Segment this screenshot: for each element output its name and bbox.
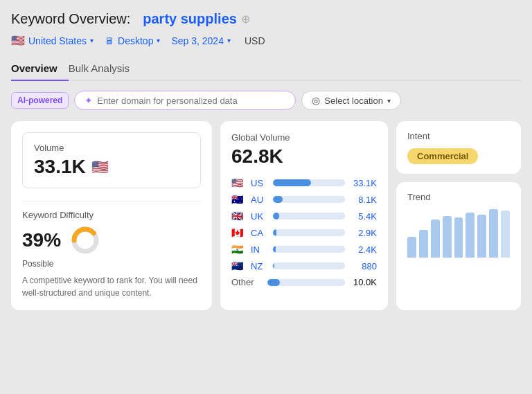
us-flag: 🇺🇸	[91, 159, 109, 175]
list-item: 🇳🇿 NZ 880	[231, 260, 377, 271]
country-val-nz: 880	[351, 261, 377, 271]
device-icon: 🖥	[105, 35, 114, 46]
bar-fill-nz	[273, 262, 274, 269]
country-list: 🇺🇸 US 33.1K 🇦🇺 AU 8.1K 🇬🇧 UK 5.4K 🇨🇦 CA	[231, 177, 377, 271]
bar-bg-ca	[273, 229, 345, 236]
domain-input[interactable]	[97, 96, 285, 106]
title-prefix: Keyword Overview:	[11, 11, 130, 27]
volume-box: Volume 33.1K 🇺🇸	[22, 132, 201, 188]
country-code-ca: CA	[251, 228, 267, 238]
keyword-text: party supplies	[143, 11, 237, 27]
tab-bulk-analysis[interactable]: Bulk Analysis	[69, 57, 141, 81]
device-filter[interactable]: 🖥 Desktop ▾	[105, 35, 160, 46]
tab-overview[interactable]: Overview	[11, 57, 69, 81]
list-item: 🇮🇳 IN 2.4K	[231, 244, 377, 255]
country-chevron-icon: ▾	[90, 37, 94, 44]
list-item: 🇦🇺 AU 8.1K	[231, 194, 377, 205]
list-item: 🇨🇦 CA 2.9K	[231, 227, 377, 238]
global-volume-card: Global Volume 62.8K 🇺🇸 US 33.1K 🇦🇺 AU 8.…	[220, 121, 388, 310]
add-keyword-icon[interactable]: ⊕	[241, 12, 250, 26]
trend-bar-item	[489, 209, 498, 258]
device-label: Desktop	[118, 35, 153, 46]
kd-donut	[69, 224, 101, 256]
location-chevron-icon: ▾	[387, 97, 391, 105]
country-val-au: 8.1K	[351, 195, 377, 205]
country-code-uk: UK	[251, 211, 267, 222]
country-code-nz: NZ	[251, 261, 267, 271]
kd-description: A competitive keyword to rank for. You w…	[22, 274, 201, 299]
country-val-ca: 2.9K	[351, 228, 377, 238]
country-flag-us: 🇺🇸	[231, 177, 245, 188]
global-volume-value: 62.8K	[231, 145, 377, 168]
country-val-in: 2.4K	[351, 244, 377, 255]
intent-label: Intent	[407, 131, 510, 141]
bar-bg-uk	[273, 213, 345, 220]
bar-fill-ca	[273, 229, 276, 236]
bar-bg-in	[273, 246, 345, 253]
other-row: Other 10.0K	[231, 277, 377, 287]
sparkle-icon: ✦	[85, 95, 93, 106]
date-chevron-icon: ▾	[227, 37, 231, 44]
bar-bg-nz	[273, 262, 345, 269]
trend-bar-item	[501, 211, 510, 258]
kd-value-row: 39%	[22, 224, 201, 256]
global-volume-label: Global Volume	[231, 132, 377, 143]
kd-value: 39%	[22, 229, 61, 251]
device-chevron-icon: ▾	[157, 37, 160, 44]
list-item: 🇺🇸 US 33.1K	[231, 177, 377, 188]
page-title: Keyword Overview: party supplies ⊕	[11, 11, 521, 27]
location-label: Select location	[324, 96, 383, 106]
country-code-us: US	[251, 178, 267, 188]
ai-badge: AI-powered	[11, 92, 69, 109]
bar-fill-us	[273, 179, 311, 186]
cards-area: Volume 33.1K 🇺🇸 Keyword Difficulty 39% P…	[11, 121, 521, 310]
kd-label: Keyword Difficulty	[22, 210, 201, 220]
trend-bar-item	[407, 237, 416, 258]
country-filter[interactable]: 🇺🇸 United States ▾	[11, 34, 94, 47]
trend-bar-item	[443, 216, 452, 258]
trend-bar-item	[454, 217, 463, 258]
country-flag-ca: 🇨🇦	[231, 227, 245, 238]
right-column: Intent Commercial Trend	[396, 121, 521, 310]
country-label: United States	[28, 35, 87, 46]
kd-possible: Possible	[22, 259, 201, 269]
bar-bg-us	[273, 179, 345, 186]
country-flag-nz: 🇳🇿	[231, 260, 245, 271]
date-filter[interactable]: Sep 3, 2024 ▾	[171, 35, 231, 46]
tabs-row: Overview Bulk Analysis	[11, 57, 521, 81]
country-flag-in: 🇮🇳	[231, 244, 245, 255]
country-code-in: IN	[251, 244, 267, 255]
volume-value: 33.1K 🇺🇸	[34, 156, 189, 178]
trend-bar-item	[419, 230, 428, 258]
volume-label: Volume	[34, 143, 189, 153]
country-flag: 🇺🇸	[11, 34, 25, 47]
trend-label: Trend	[407, 192, 510, 202]
trend-bar-item	[466, 213, 475, 258]
ai-row: AI-powered ✦ ◎ Select location ▾	[11, 91, 521, 110]
date-label: Sep 3, 2024	[171, 35, 224, 46]
bar-fill-in	[273, 246, 276, 253]
trend-card: Trend	[396, 182, 521, 310]
bar-fill-uk	[273, 213, 279, 220]
list-item: 🇬🇧 UK 5.4K	[231, 211, 377, 222]
divider	[22, 201, 201, 202]
location-icon: ◎	[312, 95, 320, 106]
domain-input-wrap[interactable]: ✦	[74, 91, 296, 110]
bar-bg-au	[273, 196, 345, 203]
intent-card: Intent Commercial	[396, 121, 521, 174]
country-code-au: AU	[251, 195, 267, 205]
currency-label: USD	[245, 35, 265, 46]
filters-row: 🇺🇸 United States ▾ 🖥 Desktop ▾ Sep 3, 20…	[11, 34, 521, 47]
country-val-us: 33.1K	[351, 178, 377, 188]
other-label: Other	[231, 277, 262, 287]
other-bar-fill	[267, 279, 280, 286]
country-flag-uk: 🇬🇧	[231, 211, 245, 222]
trend-bar-item	[431, 220, 440, 258]
country-val-uk: 5.4K	[351, 211, 377, 222]
other-value: 10.0K	[351, 277, 377, 287]
trend-bar-item	[477, 215, 486, 258]
intent-badge: Commercial	[407, 148, 478, 164]
location-select[interactable]: ◎ Select location ▾	[301, 91, 401, 110]
bar-fill-au	[273, 196, 283, 203]
volume-kd-card: Volume 33.1K 🇺🇸 Keyword Difficulty 39% P…	[11, 121, 212, 310]
